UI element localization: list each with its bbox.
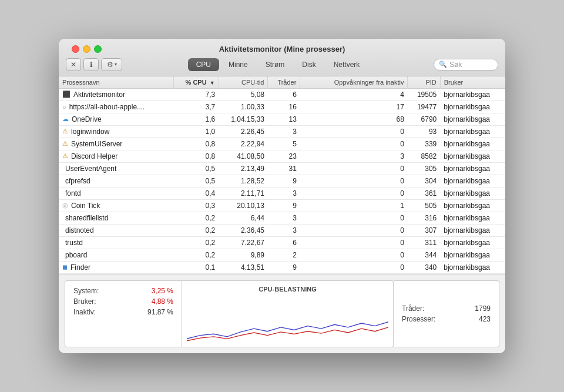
proc-icon: ⬛ [62,91,70,98]
proc-cputid: 2.11,71 [219,187,268,199]
col-cputid[interactable]: CPU-tid [219,76,268,89]
gear-icon-btn[interactable]: ⚙ ▾ [101,58,122,71]
proc-pid: 339 [408,138,440,150]
toolbar-left: ✕ ℹ ⚙ ▾ [66,58,122,71]
proc-trader: 3 [268,187,300,199]
proc-pid: 19505 [408,88,440,100]
close-icon-btn[interactable]: ✕ [66,58,81,71]
table-row[interactable]: ○ https://all-about-apple.... 3,7 1.00,3… [59,100,505,113]
proc-name-cell: sharedfilelistd [59,212,173,224]
proc-bruker: bjornarkibsgaa [440,224,505,236]
proc-trader: 23 [268,150,300,162]
table-row[interactable]: distnoted 0,2 2.36,45 3 0 307 bjornarkib… [59,224,505,236]
proc-cputid: 4.13,51 [219,261,268,273]
table-header-row: Prosessnavn % CPU ▼ CPU-tid Tråder Oppvå… [59,76,505,89]
proc-oppvakninger: 0 [300,187,408,199]
proc-bruker: bjornarkibsgaa [440,175,505,187]
table-row[interactable]: cfprefsd 0,5 1.28,52 9 0 304 bjornarkibs… [59,175,505,187]
col-cpu[interactable]: % CPU ▼ [173,76,219,89]
table-row[interactable]: trustd 0,2 7.22,67 6 0 311 bjornarkibsga… [59,236,505,249]
proc-oppvakninger: 0 [300,162,408,175]
proc-pid: 307 [408,224,440,236]
proc-bruker: bjornarkibsgaa [440,236,505,249]
col-name[interactable]: Prosessnavn [59,76,173,89]
proc-bruker: bjornarkibsgaa [440,125,505,138]
search-box[interactable]: 🔍 Søk [434,59,498,71]
proc-pid: 316 [408,212,440,224]
col-bruker[interactable]: Bruker [440,76,505,89]
proc-cpu: 0,3 [173,199,219,212]
table-row[interactable]: ⬛ Aktivitetsmonitor 7,3 5,08 6 4 19505 b… [59,88,505,100]
proc-oppvakninger: 4 [300,88,408,100]
tab-cpu[interactable]: CPU [188,58,219,71]
tab-disk[interactable]: Disk [294,58,324,71]
proc-cpu: 0,8 [173,138,219,150]
bruker-stat-label: Bruker: [73,297,96,306]
table-row[interactable]: ◎ Coin Tick 0,3 20.10,13 9 1 505 bjornar… [59,199,505,212]
proc-name: distnoted [65,226,94,234]
proc-name: Discord Helper [71,152,118,160]
proc-name: pboard [65,251,87,259]
search-icon: 🔍 [439,61,447,68]
table-row[interactable]: pboard 0,2 9,89 2 0 344 bjornarkibsgaa [59,249,505,261]
close-button[interactable] [72,45,79,53]
tab-minne[interactable]: Minne [220,58,256,71]
proc-bruker: bjornarkibsgaa [440,199,505,212]
info-icon-btn[interactable]: ℹ [83,58,99,71]
tab-strom[interactable]: Strøm [257,58,293,71]
proc-oppvakninger: 17 [300,100,408,113]
proc-name-cell: distnoted [59,224,173,236]
minimize-button[interactable] [83,45,90,53]
proc-oppvakninger: 1 [300,199,408,212]
proc-cputid: 5,08 [219,88,268,100]
stat-prosesser: Prosesser: 423 [402,315,491,323]
proc-trader: 3 [268,224,300,236]
proc-oppvakninger: 3 [300,150,408,162]
process-table-container: Prosessnavn % CPU ▼ CPU-tid Tråder Oppvå… [59,76,505,274]
table-row[interactable]: ⚠ loginwindow 1,0 2.26,45 3 0 93 bjornar… [59,125,505,138]
table-row[interactable]: ⚠ SystemUIServer 0,8 2.22,94 5 0 339 bjo… [59,138,505,150]
proc-trader: 3 [268,212,300,224]
maximize-button[interactable] [94,45,102,53]
table-row[interactable]: fontd 0,4 2.11,71 3 0 361 bjornarkibsgaa [59,187,505,199]
stat-inaktiv: Inaktiv: 91,87 % [73,308,173,316]
proc-trader: 3 [268,125,300,138]
proc-cputid: 2.26,45 [219,125,268,138]
col-pid[interactable]: PID [408,76,440,89]
cpu-chart-area: CPU-BELASTNING [182,280,394,347]
tab-nettverk[interactable]: Nettverk [325,58,368,71]
table-row[interactable]: UserEventAgent 0,5 2.13,49 31 0 305 bjor… [59,162,505,175]
table-row[interactable]: ☁ OneDrive 1,6 1.04.15,33 13 68 6790 bjo… [59,113,505,125]
stat-system: System: 3,25 % [73,287,173,295]
search-placeholder: Søk [449,61,462,69]
proc-cputid: 6,44 [219,212,268,224]
stat-trader: Tråder: 1799 [402,304,491,313]
proc-pid: 6790 [408,113,440,125]
proc-cpu: 0,4 [173,187,219,199]
system-label: System: [73,287,99,295]
proc-oppvakninger: 68 [300,113,408,125]
stat-bruker: Bruker: 4,88 % [73,297,173,306]
proc-name: Aktivitetsmonitor [73,91,125,99]
proc-pid: 361 [408,187,440,199]
process-table-body: ⬛ Aktivitetsmonitor 7,3 5,08 6 4 19505 b… [59,88,505,273]
proc-bruker: bjornarkibsgaa [440,100,505,113]
proc-oppvakninger: 0 [300,249,408,261]
proc-bruker: bjornarkibsgaa [440,88,505,100]
proc-trader: 13 [268,113,300,125]
info-icon: ℹ [90,61,93,69]
gear-icon: ⚙ [107,61,113,69]
proc-name-cell: ⚠ Discord Helper [59,150,173,162]
proc-name: OneDrive [72,115,102,123]
proc-pid: 340 [408,261,440,273]
proc-cpu: 0,8 [173,150,219,162]
table-row[interactable]: ⚠ Discord Helper 0,8 41.08,50 23 3 8582 … [59,150,505,162]
table-row[interactable]: ◼ Finder 0,1 4.13,51 9 0 340 bjornarkibs… [59,261,505,273]
proc-name-cell: trustd [59,236,173,249]
proc-bruker: bjornarkibsgaa [440,187,505,199]
table-row[interactable]: sharedfilelistd 0,2 6,44 3 0 316 bjornar… [59,212,505,224]
col-oppvakninger[interactable]: Oppvåkninger fra inaktiv [300,76,408,89]
col-trader[interactable]: Tråder [268,76,300,89]
system-value: 3,25 % [152,287,173,295]
x-icon: ✕ [70,61,76,69]
